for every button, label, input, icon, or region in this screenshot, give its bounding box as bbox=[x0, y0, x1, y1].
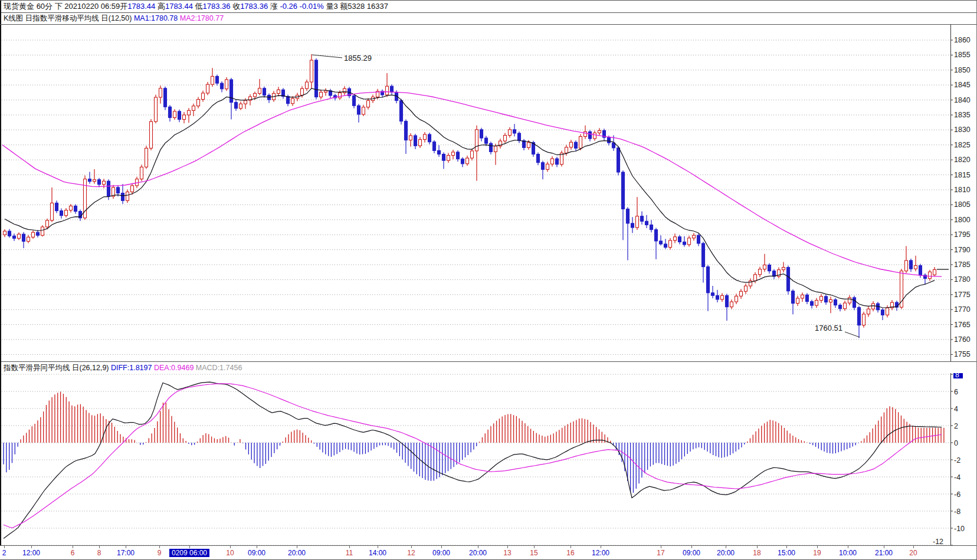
time-label[interactable]: 12:00 bbox=[592, 549, 609, 557]
time-label[interactable]: 15:00 bbox=[778, 549, 795, 557]
candle-down bbox=[358, 106, 360, 114]
time-label[interactable]: 10 bbox=[226, 549, 234, 557]
time-label[interactable]: 20:00 bbox=[288, 549, 306, 557]
candle-down bbox=[655, 230, 658, 241]
price-tick-label: 1755 bbox=[954, 350, 971, 358]
time-axis[interactable]: 212:006817:0090209 06:001009:0020:001114… bbox=[0, 545, 977, 560]
candle-down bbox=[834, 299, 837, 305]
candle-down bbox=[811, 301, 814, 305]
candle-down bbox=[537, 154, 540, 163]
candle-down bbox=[164, 88, 167, 107]
candle-up bbox=[183, 115, 186, 120]
diff-line bbox=[4, 382, 942, 538]
candle-up bbox=[206, 84, 209, 93]
price-tick-label: 1855 bbox=[954, 51, 971, 59]
candle-down bbox=[575, 142, 578, 148]
price-annotation: 1855.29 bbox=[344, 54, 372, 62]
time-axis-tick bbox=[31, 546, 32, 548]
time-axis-tick bbox=[913, 546, 914, 548]
time-label[interactable]: 12 bbox=[407, 549, 415, 557]
price-tick-label: 1840 bbox=[954, 96, 971, 104]
candle-down bbox=[627, 209, 630, 223]
time-label[interactable]: 20:00 bbox=[469, 549, 487, 557]
price-tick-label: 1765 bbox=[954, 321, 971, 329]
time-label[interactable]: 6 bbox=[71, 549, 75, 557]
candle-down bbox=[490, 143, 493, 151]
kline-chart[interactable]: 1860185518501845184018351830182518201815… bbox=[0, 24, 977, 361]
ma1-line bbox=[5, 88, 935, 308]
time-axis-tick bbox=[786, 546, 787, 548]
macd-tick-label: 2 bbox=[954, 422, 958, 430]
candle-up bbox=[424, 134, 427, 140]
time-label[interactable]: 9 bbox=[158, 549, 162, 557]
time-label[interactable]: 20 bbox=[909, 549, 917, 557]
time-label[interactable]: 20:00 bbox=[717, 549, 735, 557]
candle-down bbox=[428, 134, 431, 142]
candle-down bbox=[556, 159, 559, 164]
candle-up bbox=[872, 304, 875, 309]
time-label[interactable]: 14:00 bbox=[369, 549, 386, 557]
candle-up bbox=[546, 164, 549, 169]
candle-up bbox=[310, 60, 313, 82]
candle-down bbox=[485, 138, 488, 143]
candle-up bbox=[240, 104, 242, 108]
time-label[interactable]: 17 bbox=[657, 549, 664, 557]
time-label[interactable]: 12:00 bbox=[22, 549, 40, 557]
candle-up bbox=[159, 88, 162, 97]
candle-down bbox=[98, 180, 101, 185]
candle-down bbox=[8, 231, 11, 236]
candle-up bbox=[476, 130, 478, 151]
time-axis-tick bbox=[189, 546, 190, 548]
candle-down bbox=[792, 291, 795, 304]
candle-down bbox=[712, 293, 714, 296]
candle-up bbox=[197, 100, 200, 106]
time-label[interactable]: 16 bbox=[566, 549, 574, 557]
ma2-line bbox=[2, 92, 942, 277]
time-label[interactable]: 21:00 bbox=[875, 549, 893, 557]
time-label[interactable]: 8 bbox=[97, 549, 101, 557]
time-label[interactable]: 10:00 bbox=[839, 549, 857, 557]
time-axis-tick bbox=[297, 546, 297, 548]
candle-up bbox=[674, 237, 677, 241]
candle-up bbox=[103, 181, 106, 185]
time-label[interactable]: 19 bbox=[813, 549, 821, 557]
candle-down bbox=[919, 266, 922, 275]
price-tick-label: 1845 bbox=[954, 81, 971, 89]
time-label[interactable]: 15 bbox=[530, 549, 537, 557]
candle-up bbox=[759, 269, 762, 275]
hdr1-segment: 涨 bbox=[270, 2, 280, 11]
candle-down bbox=[881, 310, 884, 315]
candle-down bbox=[391, 86, 394, 92]
candle-up bbox=[754, 275, 757, 281]
macd-tick-label: -12 bbox=[933, 538, 943, 545]
hdr1-segment: 20210220 06:59 bbox=[64, 2, 120, 11]
macd-tick-label: 8 bbox=[955, 373, 959, 379]
macd-chart[interactable]: 86420-2-4-6-8-10-12 bbox=[0, 373, 977, 545]
hdr2-segment: K线图 日指数平滑移动平均线 日(12,50) bbox=[4, 14, 134, 22]
time-label[interactable]: 11 bbox=[346, 549, 353, 557]
time-label[interactable]: 18 bbox=[753, 549, 760, 557]
time-label[interactable]: 13 bbox=[503, 549, 511, 557]
time-label[interactable]: 09:00 bbox=[432, 549, 450, 557]
candle-down bbox=[683, 242, 686, 245]
candle-up bbox=[636, 216, 639, 228]
candle-down bbox=[664, 244, 667, 248]
hdr1-segment: 下 bbox=[55, 2, 65, 11]
candle-up bbox=[584, 131, 587, 136]
candle-up bbox=[730, 302, 733, 307]
time-label[interactable]: 17:00 bbox=[117, 549, 135, 557]
candle-down bbox=[716, 295, 719, 299]
candle-down bbox=[22, 234, 25, 241]
price-tick-label: 1790 bbox=[954, 246, 971, 254]
candle-up bbox=[471, 151, 474, 158]
time-axis-tick bbox=[691, 546, 692, 548]
time-axis-tick bbox=[817, 546, 818, 548]
time-label[interactable]: 09:00 bbox=[683, 549, 700, 557]
time-axis-tick bbox=[378, 546, 378, 548]
time-label-highlighted[interactable]: 0209 06:00 bbox=[169, 549, 209, 557]
time-label[interactable]: 09:00 bbox=[248, 549, 265, 557]
candle-down bbox=[442, 154, 445, 161]
price-tick-label: 1850 bbox=[954, 66, 971, 74]
time-label[interactable]: 2 bbox=[2, 549, 6, 557]
candle-up bbox=[27, 237, 30, 241]
